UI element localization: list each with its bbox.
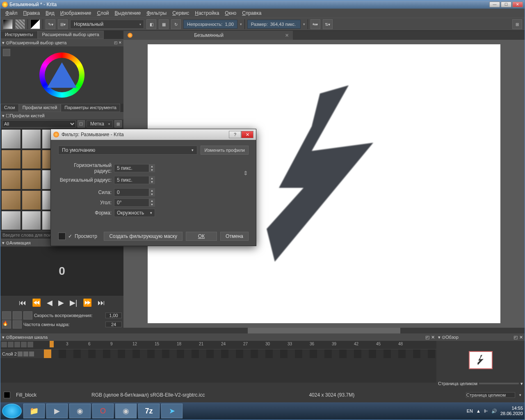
menu-filters[interactable]: Фильтры <box>144 9 169 17</box>
taskbar-telegram-icon[interactable]: ➤ <box>161 404 183 418</box>
blending-mode-combo[interactable]: Нормальный <box>70 20 144 29</box>
add-icon[interactable] <box>21 342 27 347</box>
brush-tool-icon[interactable]: ✎▾ <box>46 19 55 29</box>
menu-window[interactable]: Окно <box>222 9 239 17</box>
float-icon[interactable]: ◰ <box>425 335 429 340</box>
tab-tool-options[interactable]: Параметры инструмента <box>61 104 120 112</box>
onion-skin-icon[interactable] <box>23 311 32 320</box>
drop-frames-icon[interactable]: 🔥 <box>2 320 11 329</box>
tab-brush-presets[interactable]: Профили кистей <box>19 104 61 112</box>
prev-keyframe-icon[interactable]: ⏪ <box>32 298 41 307</box>
brush-filter-combo[interactable]: All <box>2 120 76 128</box>
alpha-lock-icon[interactable]: ▦ <box>159 19 169 29</box>
menu-settings[interactable]: Настройка <box>192 9 221 17</box>
menu-help[interactable]: Справка <box>240 9 264 17</box>
visible-icon[interactable] <box>18 352 23 356</box>
fg-bg-swap-icon[interactable] <box>30 19 40 29</box>
minimize-button[interactable]: — <box>489 2 500 7</box>
size-slider[interactable]: Размер:364,43 пикс. <box>247 20 301 29</box>
brush-preset[interactable] <box>1 170 21 189</box>
brush-preset[interactable] <box>1 190 21 210</box>
tab-layers[interactable]: Слои <box>0 104 19 112</box>
link-radius-icon[interactable]: ⇕ <box>243 160 249 186</box>
auto-frame-icon[interactable] <box>13 320 22 329</box>
shape-combo[interactable]: Окружность <box>114 209 155 217</box>
color-selector[interactable] <box>0 46 123 104</box>
vradius-spinbox[interactable]: 5 пикс.▲▼ <box>114 176 155 184</box>
horizontal-scrollbar[interactable] <box>123 328 525 333</box>
next-frame-icon[interactable]: ▶| <box>70 298 78 307</box>
close-panel-icon[interactable]: ✕ <box>119 41 122 45</box>
timeline-ruler[interactable]: 3 6 9 12 15 18 21 24 27 30 33 36 39 42 4… <box>44 341 436 349</box>
tag-options-icon[interactable]: ⊞ <box>114 120 122 128</box>
brush-preset[interactable] <box>22 150 41 169</box>
start-button[interactable] <box>2 404 22 418</box>
taskbar-chrome-icon[interactable]: ◉ <box>69 404 91 418</box>
tray-network-icon[interactable]: ⊩ <box>484 409 488 414</box>
dialog-help-button[interactable]: ? <box>229 131 241 138</box>
play-icon[interactable]: ▶ <box>58 298 64 307</box>
brush-preset[interactable] <box>22 129 41 149</box>
close-icon[interactable]: ✕ <box>519 335 523 340</box>
menu-layer[interactable]: Слой <box>94 9 111 17</box>
angle-spinbox[interactable]: 0°▲▼ <box>114 199 155 207</box>
menu-image[interactable]: Изображение <box>58 9 94 17</box>
next-keyframe-icon[interactable]: ⏩ <box>83 298 92 307</box>
frame-start-icon[interactable] <box>2 311 11 320</box>
goto-first-icon[interactable]: ⏮ <box>19 299 26 307</box>
tray-flag-icon[interactable]: ▲ <box>476 409 481 413</box>
menu-edit[interactable]: Правка <box>21 9 43 17</box>
zoom-combo[interactable] <box>466 392 515 398</box>
color-mode-toggle-icon[interactable] <box>3 49 10 56</box>
profile-combo[interactable]: По умолчанию <box>58 146 197 155</box>
fps-input[interactable]: 24 <box>105 322 122 327</box>
create-filter-mask-button[interactable]: Создать фильтрующую маску <box>104 232 183 241</box>
keyframe[interactable] <box>44 349 51 358</box>
config-icon[interactable] <box>14 342 20 347</box>
close-icon[interactable]: ✕ <box>431 335 435 340</box>
taskbar-explorer-icon[interactable]: 📁 <box>23 404 45 418</box>
taskbar-media-icon[interactable]: ▶ <box>46 404 68 418</box>
mirror-v-icon[interactable]: ⇅▾ <box>323 19 333 29</box>
gradient-preset-icon[interactable] <box>3 19 13 29</box>
tag-combo[interactable]: Метка <box>87 120 113 128</box>
menu-select[interactable]: Выделение <box>112 9 144 17</box>
goto-last-icon[interactable]: ⏭ <box>98 299 105 307</box>
taskbar-krita-icon[interactable]: ◉ <box>115 404 137 418</box>
onion-icon[interactable] <box>1 342 7 347</box>
lock-icon[interactable] <box>23 352 28 356</box>
preview-checkbox[interactable]: ✓ <box>68 233 72 239</box>
tag-mode-icon[interactable]: ☐ <box>78 120 85 128</box>
maximize-button[interactable]: ☐ <box>501 2 511 7</box>
playback-speed-input[interactable]: 1,00 <box>105 313 122 318</box>
preview-mode-icon[interactable] <box>58 233 66 240</box>
mirror-h-icon[interactable]: ⇆▾ <box>310 19 320 29</box>
brush-preset[interactable] <box>1 129 21 149</box>
zoom-icon[interactable] <box>8 342 14 347</box>
playhead-icon[interactable] <box>50 341 54 347</box>
brush-preset[interactable] <box>1 150 21 169</box>
frame-end-icon[interactable] <box>13 311 22 320</box>
brush-preset[interactable] <box>22 211 41 231</box>
remove-icon[interactable] <box>27 342 33 347</box>
brush-preset[interactable] <box>1 211 21 231</box>
menu-tools[interactable]: Сервис <box>170 9 192 17</box>
workspace-icon[interactable]: ⊞ <box>512 19 522 29</box>
menu-view[interactable]: Вид <box>43 9 57 17</box>
hradius-spinbox[interactable]: 5 пикс.▲▼ <box>114 164 155 172</box>
edit-profiles-button[interactable]: Изменить профили <box>201 146 249 155</box>
pattern-preset-icon[interactable] <box>15 19 25 29</box>
cancel-button[interactable]: Отмена <box>220 232 249 241</box>
tab-tools[interactable]: Инструменты <box>0 31 38 39</box>
tray-clock[interactable]: 14:55 28.06.2020 <box>500 406 523 416</box>
float-panel-icon[interactable]: ◰ <box>114 41 118 45</box>
menu-file[interactable]: Файл <box>3 9 20 17</box>
brush-preset[interactable] <box>22 190 41 210</box>
language-indicator[interactable]: EN <box>467 409 473 413</box>
eraser-mode-icon[interactable]: ◧ <box>146 19 156 29</box>
tray-volume-icon[interactable]: 🔊 <box>491 409 497 414</box>
brush-preset-icon[interactable]: ⊞▾ <box>58 19 68 29</box>
ok-button[interactable]: ОК <box>186 232 217 241</box>
prev-frame-icon[interactable]: ◀ <box>47 298 52 307</box>
zoom-slider[interactable]: Страница целиком▾ <box>436 379 525 388</box>
